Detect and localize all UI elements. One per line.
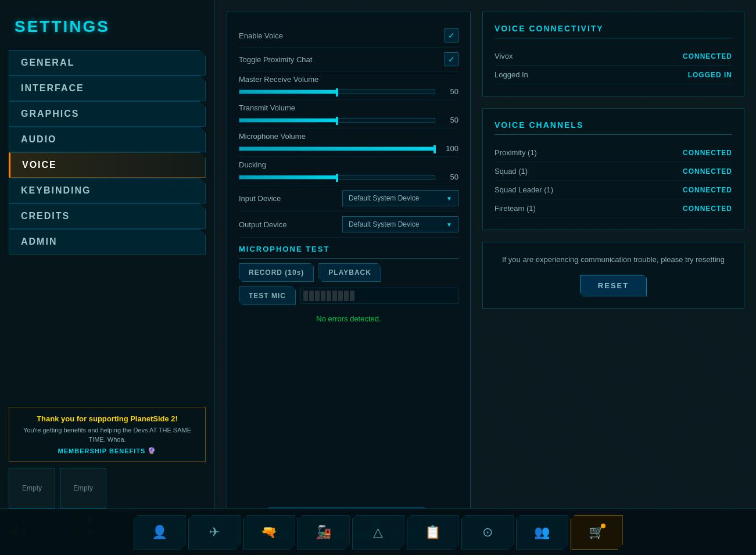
sidebar-item-admin[interactable]: ADMIN [9, 229, 206, 255]
master-receive-row: 50 [239, 87, 458, 96]
master-receive-fill [239, 90, 337, 94]
channel-row-1: Squad (1) CONNECTED [495, 162, 732, 181]
inventory-slot-2-label: Empty [73, 484, 93, 492]
input-device-value: Default System Device [349, 194, 419, 202]
transmit-slider-container: Transmit Volume 50 [239, 100, 458, 128]
output-device-row: Output Device Default System Device ▼ [239, 212, 458, 238]
taskbar-item-vehicles[interactable]: 🚂 [298, 515, 350, 550]
toggle-proximity-checkbox[interactable]: ✓ [445, 52, 458, 66]
mic-bar-9 [350, 291, 354, 301]
record-button[interactable]: RECORD (10s) [239, 263, 314, 282]
mic-bar-3 [315, 291, 320, 301]
voice-connectivity-title: VOICE CONNECTIVITY [495, 24, 732, 38]
microphone-row: 100 [239, 144, 458, 153]
inventory-slot-1-label: Empty [22, 484, 42, 492]
sidebar-item-graphics[interactable]: GRAPHICS [9, 101, 206, 127]
main-container: SETTINGS GENERALINTERFACEGRAPHICSAUDIOVO… [0, 0, 756, 555]
connectivity-rows: Vivox CONNECTED Logged In LOGGED IN [495, 47, 732, 84]
mic-bar-2 [309, 291, 314, 301]
toggle-proximity-row: Toggle Proximity Chat ✓ [239, 48, 458, 71]
center-panel: Enable Voice ✓ Toggle Proximity Chat ✓ M… [227, 12, 471, 543]
transmit-thumb[interactable] [336, 117, 338, 125]
sidebar-item-interface[interactable]: INTERFACE [9, 76, 206, 101]
enable-voice-check-icon: ✓ [448, 31, 455, 40]
microphone-label: Microphone Volume [239, 132, 458, 141]
channel-status-2: CONNECTED [683, 186, 732, 194]
taskbar-item-weapons[interactable]: 🔫 [243, 515, 295, 550]
output-device-select[interactable]: Default System Device ▼ [342, 216, 458, 232]
ducking-thumb[interactable] [336, 174, 338, 182]
channel-label-2: Squad Leader (1) [495, 185, 553, 194]
taskbar-item-social[interactable]: 👥 [516, 515, 568, 550]
playback-button[interactable]: PLAYBACK [318, 263, 381, 282]
master-receive-value: 50 [441, 87, 458, 96]
channel-rows: Proximity (1) CONNECTED Squad (1) CONNEC… [495, 144, 732, 218]
taskbar-icon-weapons: 🔫 [261, 525, 277, 540]
channel-row-2: Squad Leader (1) CONNECTED [495, 181, 732, 199]
microphone-thumb[interactable] [433, 145, 436, 153]
taskbar-icon-achievements: ⊙ [482, 525, 493, 540]
taskbar-icon-vehicles: 🚂 [316, 525, 331, 540]
right-panel: VOICE CONNECTIVITY Vivox CONNECTED Logge… [482, 12, 744, 543]
master-receive-thumb[interactable] [336, 88, 338, 96]
mic-bar-8 [344, 291, 349, 301]
vivox-reset-section: If you are experiencing communication tr… [482, 242, 744, 309]
sidebar-item-voice[interactable]: VOICE [9, 152, 206, 178]
taskbar-item-character[interactable]: 👤 [134, 515, 186, 550]
master-receive-slider-container: Master Receive Volume 50 [239, 71, 458, 100]
membership-link[interactable]: MEMBERSHIP BENEFITS 🔮 [16, 447, 198, 454]
taskbar-item-store[interactable]: 🛒 [571, 515, 623, 550]
transmit-track[interactable] [239, 118, 435, 123]
ducking-slider-container: Ducking 50 [239, 157, 458, 185]
sidebar-item-keybinding[interactable]: KEYBINDING [9, 178, 206, 203]
taskbar-item-achievements[interactable]: ⊙ [461, 515, 514, 550]
output-device-label: Output Device [239, 220, 286, 229]
ducking-label: Ducking [239, 160, 458, 169]
microphone-track[interactable] [239, 146, 435, 151]
transmit-value: 50 [441, 116, 458, 124]
sidebar: SETTINGS GENERALINTERFACEGRAPHICSAUDIOVO… [0, 0, 215, 555]
test-mic-button[interactable]: TEST MIC [239, 287, 296, 305]
connectivity-row-0: Vivox CONNECTED [495, 47, 732, 66]
reset-notice: If you are experiencing communication tr… [502, 254, 725, 266]
taskbar-items-container: 👤✈🔫🚂△📋⊙👥🛒 [134, 515, 623, 550]
no-errors-text: No errors detected. [239, 310, 458, 328]
output-device-arrow-icon: ▼ [446, 221, 452, 228]
mic-test-buttons: RECORD (10s) PLAYBACK [239, 263, 458, 282]
input-device-select[interactable]: Default System Device ▼ [342, 190, 458, 206]
ducking-fill [239, 176, 337, 179]
main-content: Enable Voice ✓ Toggle Proximity Chat ✓ M… [215, 0, 756, 555]
taskbar-item-certifications[interactable]: △ [352, 515, 404, 550]
voice-connectivity-section: VOICE CONNECTIVITY Vivox CONNECTED Logge… [482, 12, 744, 96]
app-title: SETTINGS [9, 12, 206, 48]
channel-row-3: Fireteam (1) CONNECTED [495, 199, 732, 218]
output-device-value: Default System Device [349, 220, 419, 228]
ducking-track[interactable] [239, 175, 435, 180]
taskbar: 👤✈🔫🚂△📋⊙👥🛒 [0, 509, 756, 555]
inventory-slot-2[interactable]: Empty [60, 468, 106, 509]
connectivity-label-1: Logged In [495, 70, 528, 79]
transmit-label: Transmit Volume [239, 103, 458, 112]
inventory-row: Empty Empty [9, 468, 206, 509]
sidebar-item-audio[interactable]: AUDIO [9, 127, 206, 152]
enable-voice-checkbox[interactable]: ✓ [445, 28, 458, 42]
taskbar-item-profile[interactable]: 📋 [407, 515, 459, 550]
mic-level-bar [300, 288, 458, 304]
connectivity-row-1: Logged In LOGGED IN [495, 66, 732, 84]
inventory-slot-1[interactable]: Empty [9, 468, 55, 509]
ducking-value: 50 [441, 173, 458, 181]
channel-label-1: Squad (1) [495, 167, 528, 176]
toggle-proximity-check-icon: ✓ [448, 55, 455, 64]
channel-label-0: Proximity (1) [495, 148, 537, 157]
taskbar-icon-character: 👤 [152, 525, 167, 540]
vivox-reset-button[interactable]: RESET [580, 275, 647, 296]
channel-status-0: CONNECTED [683, 149, 732, 157]
channel-label-3: Fireteam (1) [495, 204, 536, 213]
sidebar-item-general[interactable]: GENERAL [9, 50, 206, 76]
voice-channels-title: VOICE CHANNELS [495, 120, 732, 135]
master-receive-track[interactable] [239, 89, 435, 94]
taskbar-item-map[interactable]: ✈ [188, 515, 241, 550]
enable-voice-label: Enable Voice [239, 31, 283, 40]
sidebar-item-credits[interactable]: CREDITS [9, 203, 206, 229]
mic-bar-6 [332, 291, 337, 301]
